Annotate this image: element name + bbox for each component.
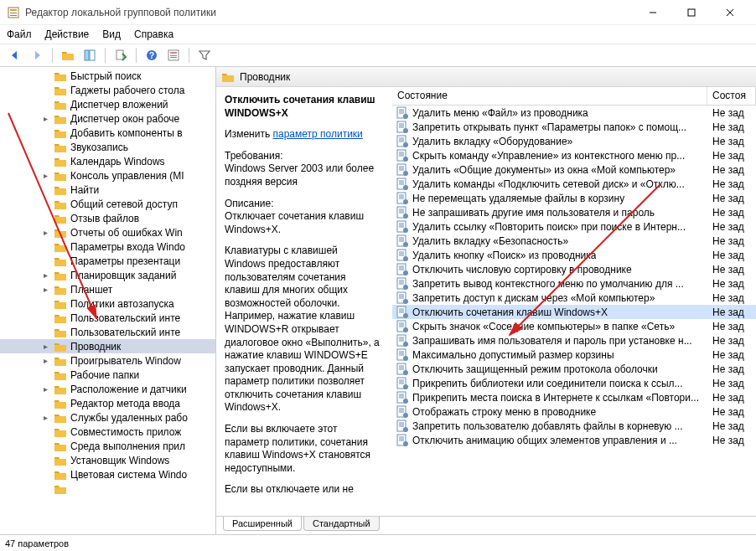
menu-view[interactable]: Вид [102, 28, 121, 40]
tree-item[interactable]: Совместимость прилож [0, 425, 215, 439]
policy-name: Удалить команды «Подключить сетевой диск… [412, 178, 685, 190]
export-button[interactable] [111, 46, 131, 64]
edit-policy-link[interactable]: параметр политики [272, 128, 362, 140]
tree-item[interactable]: Отзыв файлов [0, 211, 215, 225]
tree-item[interactable]: ▸Планировщик заданий [0, 268, 215, 282]
show-hide-tree-button[interactable] [80, 46, 100, 64]
tree-pane[interactable]: Быстрый поискГаджеты рабочего столаДиспе… [0, 67, 216, 534]
tree-item[interactable]: Календарь Windows [0, 154, 215, 168]
menu-help[interactable]: Справка [134, 28, 173, 40]
expander-icon[interactable]: ▸ [40, 384, 50, 394]
policy-row[interactable]: Удалить меню «Файл» из проводникаНе зад [392, 106, 756, 120]
policy-row[interactable]: Отключить числовую сортировку в проводни… [392, 262, 756, 276]
description-text: Если вы отключаете или не [225, 483, 381, 497]
tree-item[interactable]: ▸Проигрыватель Window [0, 353, 215, 368]
policy-row[interactable]: Удалить «Общие документы» из окна «Мой к… [392, 162, 756, 177]
close-button[interactable] [711, 0, 749, 25]
policy-row[interactable]: Удалить команды «Подключить сетевой диск… [392, 177, 756, 191]
policy-row[interactable]: Не запрашивать другие имя пользователя и… [392, 205, 756, 219]
tree-item-label: Проигрыватель Window [70, 355, 181, 367]
policy-state: Не зад [707, 278, 756, 290]
tree-item[interactable]: ▸Службы удаленных рабо [0, 410, 215, 425]
tree-item[interactable]: Цветовая система Windo [0, 467, 215, 481]
help-button[interactable]: ? [142, 46, 162, 64]
expander-icon[interactable]: ▸ [40, 342, 50, 351]
expander-icon[interactable]: ▸ [40, 356, 50, 365]
tree-item[interactable]: Пользовательский инте [0, 311, 215, 325]
folder-icon [54, 184, 67, 196]
menu-file[interactable]: Файл [7, 28, 32, 40]
policy-list[interactable]: Удалить меню «Файл» из проводникаНе задЗ… [392, 106, 756, 516]
tree-item[interactable]: ▸Расположение и датчики [0, 382, 215, 396]
tree-item[interactable]: ▸Диспетчер окон рабоче [0, 111, 215, 126]
policy-row[interactable]: Отключить защищенный режим протокола обо… [392, 362, 756, 376]
expander-icon[interactable]: ▸ [40, 228, 50, 237]
column-header-state[interactable]: Состоя [707, 87, 756, 105]
policy-row[interactable]: Запрашивать имя пользователя и пароль пр… [392, 333, 756, 348]
properties-button[interactable] [163, 46, 184, 64]
tree-item[interactable]: Параметры презентаци [0, 254, 215, 268]
policy-icon [396, 192, 409, 205]
folder-header: Проводник [216, 67, 756, 87]
policy-row[interactable]: Удалить вкладку «Безопасность»Не зад [392, 234, 756, 248]
policy-row[interactable]: Удалить ссылку «Повторить поиск» при пои… [392, 219, 756, 234]
policy-row[interactable]: Скрыть значок «Соседние компьютеры» в па… [392, 319, 756, 333]
tree-item[interactable]: Политики автозапуска [0, 296, 215, 311]
edit-label: Изменить [225, 128, 272, 140]
expander-icon[interactable]: ▸ [40, 413, 50, 422]
policy-row[interactable]: Отключить анимацию общих элементов управ… [392, 433, 756, 447]
tree-item[interactable]: Гаджеты рабочего стола [0, 83, 215, 97]
tree-item[interactable]: Найти [0, 183, 215, 197]
tree-item[interactable]: Рабочие папки [0, 368, 215, 382]
tree-item[interactable]: Параметры входа Windo [0, 239, 215, 254]
description-text: Отключает сочетания клавиш Windows+X. [225, 210, 381, 236]
forward-button[interactable] [27, 46, 47, 64]
folder-icon [54, 483, 67, 495]
maximize-button[interactable] [672, 0, 711, 25]
policy-row[interactable]: Максимально допустимый размер корзиныНе … [392, 348, 756, 362]
policy-row[interactable]: Удалить вкладку «Оборудование»Не зад [392, 134, 756, 148]
policy-row[interactable]: Запретить доступ к дискам через «Мой ком… [392, 291, 756, 305]
policy-row[interactable]: Запретить открывать пункт «Параметры пап… [392, 120, 756, 134]
filter-button[interactable] [194, 46, 215, 64]
folder-icon [54, 455, 67, 466]
tree-item[interactable]: Звукозапись [0, 140, 215, 154]
policy-row[interactable]: Скрыть команду «Управление» из контекстн… [392, 148, 756, 162]
policy-row[interactable]: Запретить пользователю добавлять файлы в… [392, 419, 756, 433]
tree-item[interactable]: Общий сетевой доступ [0, 197, 215, 211]
svg-point-86 [403, 299, 408, 304]
policy-row[interactable]: Отображать строку меню в проводникеНе за… [392, 404, 756, 419]
policy-state: Не зад [707, 306, 756, 318]
menu-action[interactable]: Действие [45, 28, 90, 40]
policy-row[interactable]: Прикрепить библиотеки или соединители по… [392, 376, 756, 390]
policy-row[interactable]: Удалить кнопку «Поиск» из проводникаНе з… [392, 248, 756, 262]
tree-item[interactable]: Быстрый поиск [0, 69, 215, 83]
policy-row[interactable]: Запретить вывод контекстного меню по умо… [392, 276, 756, 291]
expander-icon[interactable]: ▸ [40, 285, 50, 294]
tree-item[interactable]: Установщик Windows [0, 453, 215, 467]
minimize-button[interactable] [634, 0, 672, 25]
back-button[interactable] [5, 46, 25, 64]
policy-name: Удалить кнопку «Поиск» из проводника [412, 250, 596, 261]
policy-icon [396, 178, 409, 191]
tree-item[interactable]: Редактор метода ввода [0, 396, 215, 410]
tree-item[interactable] [0, 481, 215, 496]
expander-icon[interactable]: ▸ [40, 270, 50, 280]
tree-item[interactable]: Диспетчер вложений [0, 97, 215, 111]
column-header-name[interactable]: Состояние [392, 87, 707, 105]
tree-item[interactable]: ▸Проводник [0, 339, 215, 353]
policy-row[interactable]: Не перемещать удаляемые файлы в корзинуН… [392, 191, 756, 205]
tree-item[interactable]: ▸Консоль управления (MI [0, 168, 215, 183]
tab-standard[interactable]: Стандартный [303, 517, 380, 531]
tree-item[interactable]: Добавить компоненты в [0, 126, 215, 140]
policy-row[interactable]: Прикрепить места поиска в Интернете к сс… [392, 390, 756, 404]
tree-item[interactable]: Среда выполнения прил [0, 439, 215, 453]
tab-extended[interactable]: Расширенный [223, 517, 302, 531]
tree-item[interactable]: ▸Планшет [0, 282, 215, 296]
tree-item[interactable]: ▸Отчеты об ошибках Win [0, 225, 215, 239]
up-button[interactable] [58, 46, 78, 64]
policy-row[interactable]: Отключить сочетания клавиш Windows+XНе з… [392, 305, 756, 319]
expander-icon[interactable]: ▸ [40, 171, 50, 180]
tree-item[interactable]: Пользовательский инте [0, 325, 215, 339]
expander-icon[interactable]: ▸ [40, 114, 50, 123]
